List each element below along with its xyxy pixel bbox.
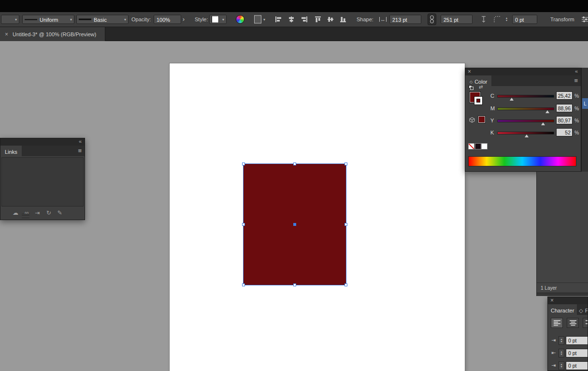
layer-count-label: 1 Layer — [541, 285, 557, 291]
collapse-panel-icon[interactable]: « — [575, 68, 578, 74]
close-panel-icon[interactable]: × — [468, 69, 471, 74]
stroke-profile-value: Uniform — [40, 16, 58, 22]
fill-stroke-mini-proxy-icon[interactable] — [469, 85, 473, 89]
tab-libraries[interactable]: L — [582, 98, 588, 109]
magenta-slider-track[interactable] — [497, 107, 554, 110]
selection-handle-top-center[interactable] — [293, 163, 296, 165]
corner-radius-value: 0 pt — [515, 16, 524, 22]
selection-handle-middle-right[interactable] — [344, 223, 347, 226]
yellow-slider-track[interactable] — [497, 119, 554, 122]
variable-width-profile-dropdown[interactable]: ▾ — [1, 15, 19, 24]
transform-link[interactable]: Transform — [550, 16, 574, 22]
none-swatch[interactable] — [468, 143, 474, 149]
application-window: ▾ Uniform ▾ Basic ▾ Opacity: 100% › Styl… — [0, 0, 588, 371]
brush-preview-icon — [79, 19, 91, 20]
document-setup-button[interactable]: ▾ — [254, 15, 265, 24]
panel-menu-icon[interactable]: ≡ — [78, 148, 82, 154]
brush-definition-dropdown[interactable]: Basic ▾ — [76, 15, 129, 24]
close-panel-icon[interactable]: × — [550, 297, 554, 303]
magenta-slider-row: M 88,96 % — [489, 104, 580, 115]
web-safe-color-swatch[interactable] — [478, 116, 485, 123]
black-slider-thumb[interactable] — [525, 134, 529, 137]
chevron-down-icon: ▾ — [70, 17, 72, 22]
tab-paragraph[interactable]: ◇ P — [577, 304, 588, 315]
panel-resize-grip[interactable] — [22, 214, 29, 218]
stroke-proxy-swatch[interactable] — [474, 97, 482, 104]
selection-handle-bottom-left[interactable] — [242, 283, 245, 286]
corner-radius-stepper[interactable]: ▴▾ — [506, 17, 507, 22]
go-to-link-icon[interactable]: ⇥ — [35, 209, 40, 216]
right-indent-stepper[interactable]: ▴▾ — [559, 349, 564, 357]
close-document-icon[interactable]: × — [5, 31, 8, 37]
selection-handle-top-right[interactable] — [344, 163, 347, 165]
paragraph-tab-label: P — [585, 308, 588, 313]
black-value-field[interactable]: 52 — [556, 128, 573, 136]
left-indent-stepper[interactable]: ▴▾ — [559, 336, 564, 345]
stroke-profile-dropdown[interactable]: Uniform ▾ — [22, 15, 74, 24]
white-swatch[interactable] — [481, 143, 488, 149]
align-horizontal-left-button[interactable] — [273, 15, 284, 24]
yellow-unit-label: % — [574, 118, 579, 123]
align-vertical-top-button[interactable] — [313, 15, 324, 24]
selection-center-anchor[interactable] — [293, 223, 296, 226]
cyan-slider-track[interactable] — [497, 95, 554, 98]
layers-panel-bottom-edge — [536, 293, 588, 296]
links-panel: « Links ≡ ☁ ∞ ⇥ ↻ ✎ — [0, 138, 85, 220]
yellow-label: Y — [490, 118, 494, 123]
update-link-icon[interactable]: ↻ — [46, 209, 51, 216]
black-swatch[interactable] — [475, 143, 481, 149]
align-vertical-top-icon — [315, 16, 322, 23]
opacity-input[interactable]: 100% — [154, 15, 181, 24]
graphic-style-dropdown[interactable]: ▾ — [209, 15, 227, 24]
black-slider-track[interactable] — [497, 132, 554, 134]
cyan-slider-thumb[interactable] — [510, 98, 514, 101]
magenta-value-field[interactable]: 88,96 — [556, 104, 573, 112]
edit-original-icon[interactable]: ✎ — [57, 209, 62, 216]
selection-handle-bottom-center[interactable] — [293, 283, 296, 286]
collapse-panel-icon[interactable]: « — [79, 138, 82, 144]
align-center-icon — [569, 320, 577, 326]
first-line-indent-input[interactable]: 0 pt — [566, 361, 588, 370]
magenta-slider-thumb[interactable] — [545, 110, 549, 113]
corner-radius-input[interactable]: 0 pt — [512, 15, 537, 24]
yellow-slider-thumb[interactable] — [541, 122, 545, 125]
tab-character[interactable]: Character — [548, 304, 577, 315]
relink-from-cc-icon[interactable]: ☁ — [13, 209, 18, 216]
right-indent-input[interactable]: 0 pt — [566, 349, 588, 357]
opacity-value: 100% — [157, 16, 170, 22]
character-panel-tabs: Character ◇ P — [548, 304, 588, 315]
opacity-options-button[interactable]: › — [183, 16, 185, 23]
shape-width-input[interactable]: 213 pt — [389, 15, 421, 24]
shape-height-input[interactable]: 251 pt — [441, 15, 473, 24]
character-tab-label: Character — [551, 308, 574, 313]
yellow-value-field[interactable]: 80,97 — [556, 116, 573, 124]
align-vertical-center-button[interactable] — [326, 15, 336, 24]
links-list-area[interactable] — [1, 157, 84, 207]
black-label: K — [490, 130, 494, 135]
align-left-button[interactable] — [551, 318, 563, 328]
selection-handle-top-left[interactable] — [242, 163, 245, 165]
cyan-value-field[interactable]: 25,42 — [556, 91, 573, 100]
swap-fill-stroke-icon[interactable]: ⇄ — [479, 84, 483, 89]
align-right-icon — [585, 320, 588, 326]
first-line-indent-stepper[interactable]: ▴▾ — [559, 361, 564, 370]
align-horizontal-center-button[interactable] — [286, 15, 297, 24]
align-vertical-bottom-button[interactable] — [338, 15, 349, 24]
document-tab[interactable]: × Untitled-3* @ 100% (RGB/Preview) — [0, 27, 105, 41]
spectrum-bar[interactable] — [468, 156, 576, 166]
panel-menu-icon[interactable]: ≡ — [574, 77, 578, 84]
web-safe-warning-cube-icon[interactable] — [469, 116, 475, 125]
more-options-icon[interactable] — [582, 16, 588, 23]
align-right-button[interactable] — [583, 318, 588, 328]
align-horizontal-right-button[interactable] — [299, 15, 309, 24]
link-dimensions-button[interactable] — [428, 14, 436, 25]
align-center-button[interactable] — [567, 318, 579, 328]
selection-handle-middle-left[interactable] — [242, 223, 245, 226]
recolor-artwork-button[interactable] — [236, 15, 244, 24]
chevron-down-icon: ▾ — [124, 17, 126, 22]
align-horizontal-center-icon — [287, 16, 295, 23]
selection-handle-bottom-right[interactable] — [344, 283, 347, 286]
magenta-label: M — [490, 105, 495, 111]
left-indent-input[interactable]: 0 pt — [566, 336, 588, 345]
tab-links[interactable]: Links — [0, 146, 22, 156]
